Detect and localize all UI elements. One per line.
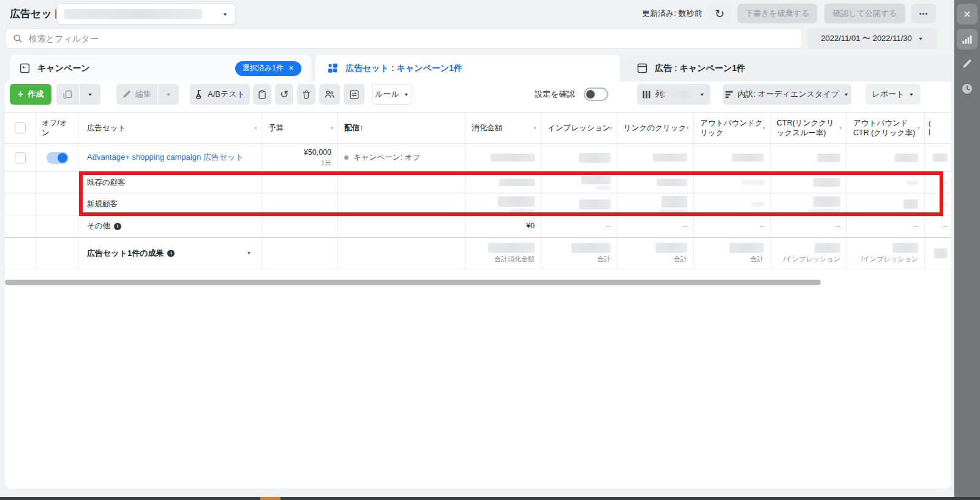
history-rail-button[interactable]	[954, 83, 980, 94]
redacted-total	[729, 243, 764, 253]
table-row-adset[interactable]: Advantage+ shopping campaign 広告セット ¥50,0…	[5, 144, 951, 172]
review-settings-toggle[interactable]	[584, 88, 608, 101]
sort-chevron-icon[interactable]: ▼	[839, 125, 843, 131]
row-checkbox[interactable]	[15, 152, 26, 163]
col-header-spend-label: 消化金額	[472, 123, 502, 133]
columns-button[interactable]: 列: ▼	[637, 84, 710, 105]
status-dot-icon	[344, 155, 349, 160]
breakdown-row-label: 新規顧客	[87, 199, 118, 209]
delete-button[interactable]	[297, 84, 315, 105]
col-header-budget[interactable]: 予算 ▼	[262, 113, 338, 143]
partial-header-text: (	[929, 120, 931, 128]
redacted-value	[817, 154, 840, 162]
tab-ads[interactable]: 広告 : キャンペーン1件	[625, 55, 951, 81]
sort-chevron-icon[interactable]: ▼	[533, 125, 537, 131]
discard-draft-button[interactable]: 下書きを破棄する	[737, 4, 817, 23]
chevron-down-icon[interactable]: ▼	[246, 250, 255, 256]
col-header-adset[interactable]: 広告セット ▼	[78, 113, 262, 143]
page-title: 広告セット	[10, 7, 62, 21]
redacted-total	[934, 248, 948, 258]
sort-chevron-icon[interactable]: ▼	[685, 125, 690, 131]
sort-chevron-icon[interactable]: ▼	[609, 125, 613, 131]
col-header-ctr-outbound[interactable]: アウトバウンドCTR (クリック率) ▼	[847, 113, 925, 143]
sort-chevron-icon[interactable]: ▼	[254, 125, 258, 131]
columns-icon	[643, 91, 650, 99]
campaigns-icon	[20, 63, 30, 73]
review-publish-button[interactable]: 確認して公開する	[824, 4, 905, 23]
col-header-spend[interactable]: 消化金額 ▼	[466, 113, 541, 143]
report-button[interactable]: レポート ▼	[865, 84, 921, 105]
close-icon: ✕	[963, 9, 971, 20]
refresh-icon: ↻	[715, 7, 725, 21]
sort-chevron-icon[interactable]: ▼	[762, 125, 766, 131]
col-header-toggle[interactable]: オフ/オン	[36, 113, 78, 143]
chevron-down-icon: ▼	[88, 92, 93, 97]
breakdown-button[interactable]: 内訳: オーディエンスタイプ ▼	[723, 84, 851, 105]
search-filter-bar[interactable]	[5, 28, 802, 49]
date-range-picker[interactable]: 2022/11/01 〜 2022/11/30 ▼	[807, 28, 937, 49]
col-header-impressions[interactable]: インプレッション ▼	[541, 113, 617, 143]
redacted-value	[491, 154, 535, 162]
adset-name-link[interactable]: Advantage+ shopping campaign 広告セット	[87, 152, 244, 163]
sort-up-icon: ↑	[360, 123, 363, 133]
create-button[interactable]: + 作成	[10, 84, 51, 105]
swap-icon	[350, 90, 359, 99]
swap-icon-button[interactable]	[344, 84, 364, 105]
table-row-other[interactable]: その他 i ¥0 – – – – – –	[5, 215, 951, 237]
close-icon[interactable]: ✕	[288, 64, 294, 72]
selected-count-label: 選択済み1件	[243, 63, 284, 73]
col-header-ctr-link-label: CTR(リンククリックスルー率)	[777, 118, 840, 138]
edit-menu-button[interactable]: ▼	[158, 84, 179, 105]
redacted-columns-value	[669, 91, 695, 98]
clipboard-button[interactable]	[253, 84, 271, 105]
sort-chevron-icon[interactable]: ▼	[916, 125, 921, 131]
redacted-value	[579, 200, 611, 209]
col-header-link-clicks[interactable]: リンクのクリック ▼	[617, 113, 694, 143]
refresh-button[interactable]: ↻	[708, 4, 731, 23]
close-panel-button[interactable]: ✕	[957, 4, 978, 24]
edit-rail-button[interactable]	[954, 59, 980, 69]
charts-button[interactable]	[957, 29, 978, 50]
col-header-delivery[interactable]: 配信 ↑	[338, 113, 466, 143]
audience-button[interactable]	[319, 84, 340, 105]
duplicate-menu-button[interactable]: ▼	[80, 84, 100, 105]
redacted-account-name	[64, 9, 202, 19]
info-icon[interactable]: i	[114, 223, 121, 230]
info-icon[interactable]: i	[167, 250, 175, 257]
last-updated-status: 更新済み: 数秒前	[642, 0, 703, 27]
sort-chevron-icon[interactable]: ▼	[330, 125, 334, 131]
table-header-row: オフ/オン 広告セット ▼ 予算 ▼ 配信 ↑ 消化金額 ▼	[5, 112, 951, 144]
redacted-value	[657, 179, 687, 186]
tab-campaigns[interactable]: キャンペーン 選択済み1件 ✕	[10, 55, 311, 81]
empty-value: –	[914, 221, 918, 231]
redacted-total	[488, 243, 535, 253]
rules-button[interactable]: ルール ▼	[372, 84, 412, 105]
edit-label: 編集	[135, 89, 151, 100]
tab-adsets-active[interactable]: 広告セット : キャンペーン1件	[315, 55, 620, 81]
horizontal-scrollbar[interactable]	[5, 280, 821, 285]
more-options-button[interactable]: •••	[911, 4, 936, 23]
select-all-checkbox[interactable]	[15, 122, 26, 133]
ab-test-button[interactable]: A/Bテスト	[190, 84, 250, 105]
breakdown-icon	[725, 91, 733, 99]
col-header-ctr-link[interactable]: CTR(リンククリックスルー率) ▼	[771, 113, 847, 143]
adset-on-toggle[interactable]	[47, 152, 69, 164]
table-row-new-customers[interactable]: 新規顧客	[5, 193, 951, 215]
undo-button[interactable]: ↺	[275, 84, 293, 105]
duplicate-button[interactable]	[56, 84, 79, 105]
redacted-value	[579, 153, 611, 163]
edit-button[interactable]: 編集	[116, 84, 157, 105]
date-range-value: 2022/11/01 〜 2022/11/30	[821, 33, 911, 44]
bar-chart-icon	[962, 35, 972, 44]
table-row-existing-customers[interactable]: 既存の顧客	[5, 172, 951, 193]
redacted-value	[732, 154, 764, 162]
empty-value: –	[836, 221, 840, 231]
account-dropdown[interactable]: ▼	[56, 3, 236, 24]
breakdown-label: 内訳: オーディエンスタイプ	[737, 89, 839, 100]
create-label: 作成	[28, 89, 43, 100]
pencil-icon	[123, 90, 131, 99]
search-input[interactable]	[29, 34, 794, 43]
col-header-outbound-clicks[interactable]: アウトバウンドクリック ▼	[694, 113, 771, 143]
selected-count-badge[interactable]: 選択済み1件 ✕	[235, 61, 301, 76]
review-settings-label: 設定を確認	[535, 81, 575, 107]
